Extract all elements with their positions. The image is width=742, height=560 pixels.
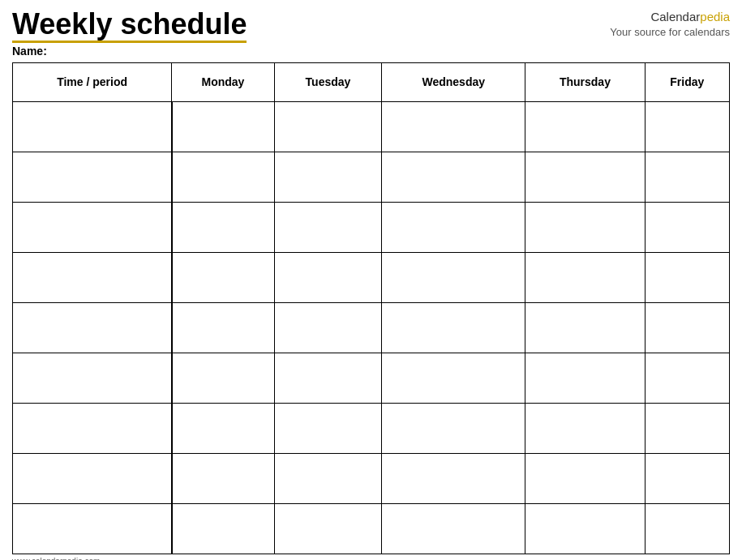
time-cell[interactable] — [13, 453, 172, 503]
schedule-cell[interactable] — [382, 101, 525, 152]
brand-name: Calendarpedia — [610, 8, 730, 25]
schedule-cell[interactable] — [525, 101, 645, 152]
schedule-cell[interactable] — [645, 101, 729, 152]
time-cell[interactable] — [13, 503, 172, 554]
table-row — [13, 503, 730, 554]
schedule-cell[interactable] — [274, 152, 381, 202]
page-title: Weekly schedule — [12, 8, 247, 43]
schedule-table: Time / period Monday Tuesday Wednesday T… — [12, 62, 730, 554]
schedule-cell[interactable] — [274, 302, 381, 353]
brand-pedia: pedia — [700, 10, 730, 24]
schedule-cell[interactable] — [645, 503, 729, 554]
schedule-cell[interactable] — [525, 252, 645, 302]
table-row — [13, 252, 730, 302]
schedule-cell[interactable] — [382, 353, 525, 403]
schedule-cell[interactable] — [645, 302, 729, 353]
schedule-cell[interactable] — [382, 302, 525, 353]
name-label: Name: — [12, 45, 730, 58]
schedule-cell[interactable] — [645, 403, 729, 453]
time-cell[interactable] — [13, 353, 172, 403]
schedule-cell[interactable] — [274, 353, 381, 403]
schedule-cell[interactable] — [274, 453, 381, 503]
table-row — [13, 403, 730, 453]
time-cell[interactable] — [13, 101, 172, 152]
schedule-cell[interactable] — [525, 152, 645, 202]
schedule-cell[interactable] — [645, 202, 729, 252]
brand-tagline: Your source for calendars — [610, 25, 730, 40]
schedule-cell[interactable] — [172, 503, 275, 554]
schedule-cell[interactable] — [382, 252, 525, 302]
time-cell[interactable] — [13, 302, 172, 353]
time-cell[interactable] — [13, 252, 172, 302]
col-header-time: Time / period — [13, 62, 172, 101]
schedule-cell[interactable] — [382, 403, 525, 453]
schedule-cell[interactable] — [172, 453, 275, 503]
schedule-cell[interactable] — [382, 503, 525, 554]
schedule-cell[interactable] — [274, 503, 381, 554]
schedule-cell[interactable] — [172, 202, 275, 252]
table-row — [13, 202, 730, 252]
schedule-cell[interactable] — [172, 101, 275, 152]
schedule-cell[interactable] — [645, 453, 729, 503]
footer-text: www.calendarpedia.com — [12, 557, 730, 560]
schedule-cell[interactable] — [645, 252, 729, 302]
schedule-cell[interactable] — [382, 152, 525, 202]
schedule-cell[interactable] — [525, 302, 645, 353]
time-cell[interactable] — [13, 152, 172, 202]
time-cell[interactable] — [13, 403, 172, 453]
table-header-row: Time / period Monday Tuesday Wednesday T… — [13, 62, 730, 101]
schedule-cell[interactable] — [525, 353, 645, 403]
col-header-friday: Friday — [645, 62, 729, 101]
schedule-cell[interactable] — [172, 403, 275, 453]
schedule-cell[interactable] — [645, 152, 729, 202]
schedule-cell[interactable] — [172, 353, 275, 403]
schedule-cell[interactable] — [382, 453, 525, 503]
schedule-cell[interactable] — [382, 202, 525, 252]
col-header-tuesday: Tuesday — [274, 62, 381, 101]
page: Weekly schedule Calendarpedia Your sourc… — [0, 0, 742, 560]
header: Weekly schedule Calendarpedia Your sourc… — [12, 8, 730, 43]
schedule-cell[interactable] — [172, 152, 275, 202]
table-row — [13, 152, 730, 202]
brand-logo: Calendarpedia Your source for calendars — [610, 8, 730, 40]
schedule-cell[interactable] — [525, 453, 645, 503]
col-header-thursday: Thursday — [525, 62, 645, 101]
table-row — [13, 353, 730, 403]
table-row — [13, 101, 730, 152]
col-header-wednesday: Wednesday — [382, 62, 525, 101]
table-row — [13, 453, 730, 503]
schedule-cell[interactable] — [525, 503, 645, 554]
table-row — [13, 302, 730, 353]
schedule-cell[interactable] — [274, 101, 381, 152]
schedule-cell[interactable] — [645, 353, 729, 403]
brand-calendar: Calendar — [650, 10, 700, 24]
schedule-cell[interactable] — [274, 202, 381, 252]
col-header-monday: Monday — [172, 62, 275, 101]
schedule-cell[interactable] — [525, 403, 645, 453]
schedule-cell[interactable] — [274, 403, 381, 453]
schedule-cell[interactable] — [172, 252, 275, 302]
schedule-cell[interactable] — [274, 252, 381, 302]
schedule-cell[interactable] — [525, 202, 645, 252]
title-text: Weekly schedule — [12, 8, 247, 43]
time-cell[interactable] — [13, 202, 172, 252]
schedule-cell[interactable] — [172, 302, 275, 353]
